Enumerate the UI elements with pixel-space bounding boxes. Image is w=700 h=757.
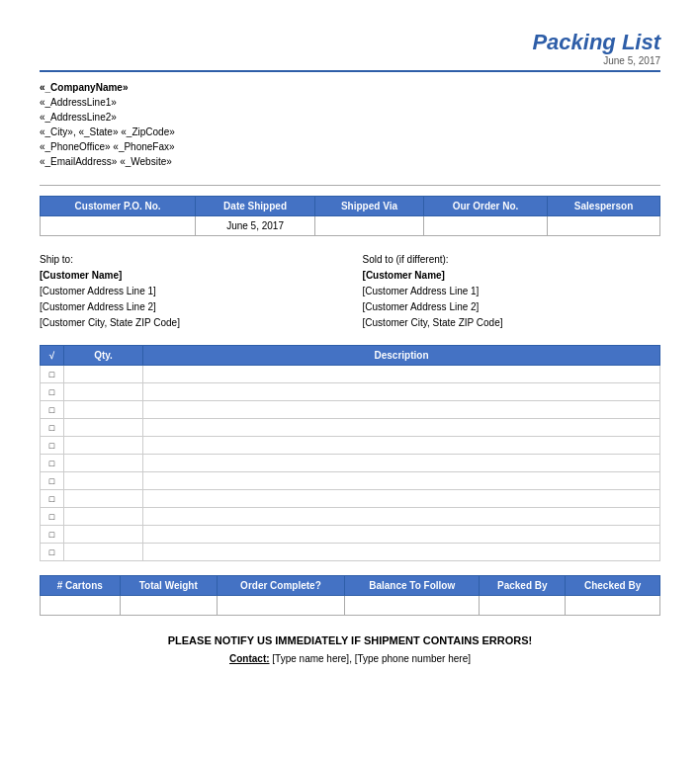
items-desc-cell[interactable] [143, 455, 660, 472]
company-citystatezip: «_City», «_State» «_ZipCode» [40, 125, 660, 139]
items-row: □ [41, 383, 660, 401]
summary-weight-value[interactable] [120, 596, 217, 616]
order-header-po: Customer P.O. No. [41, 197, 196, 216]
items-desc-cell[interactable] [143, 401, 660, 419]
items-header-description: Description [143, 346, 660, 366]
order-table-header-row: Customer P.O. No. Date Shipped Shipped V… [41, 197, 660, 216]
sold-to-name: [Customer Name] [363, 268, 660, 284]
items-check-cell: □ [41, 526, 64, 544]
summary-packed-value[interactable] [480, 596, 566, 616]
items-desc-cell[interactable] [143, 419, 660, 437]
summary-checked-value[interactable] [566, 596, 660, 616]
summary-header-weight: Total Weight [120, 576, 217, 596]
order-header-salesperson: Salesperson [548, 197, 660, 216]
items-desc-cell[interactable] [143, 366, 660, 383]
items-qty-cell[interactable] [64, 437, 143, 455]
items-row: □ [41, 455, 660, 472]
order-data-row: June 5, 2017 [41, 216, 660, 236]
summary-header-complete: Order Complete? [217, 576, 344, 596]
items-desc-cell[interactable] [143, 383, 660, 401]
items-check-cell: □ [41, 401, 64, 419]
items-desc-cell[interactable] [143, 472, 660, 490]
items-qty-cell[interactable] [64, 508, 143, 526]
title-block: Packing List June 5, 2017 [532, 30, 660, 66]
company-phone: «_PhoneOffice» «_PhoneFax» [40, 139, 660, 154]
items-row: □ [41, 508, 660, 526]
items-desc-cell[interactable] [143, 508, 660, 526]
contact-value[interactable]: [Type name here], [Type phone number her… [272, 653, 471, 664]
items-check-cell: □ [41, 437, 64, 455]
items-header-row: √ Qty. Description [41, 346, 660, 366]
section-divider [40, 185, 660, 186]
items-desc-cell[interactable] [143, 544, 660, 561]
company-info: «_CompanyName» «_AddressLine1» «_Address… [40, 80, 660, 169]
footer: PLEASE NOTIFY US IMMEDIATELY IF SHIPMENT… [40, 631, 660, 667]
items-row: □ [41, 401, 660, 419]
order-table: Customer P.O. No. Date Shipped Shipped V… [40, 196, 660, 236]
company-address2: «_AddressLine2» [40, 110, 660, 125]
summary-header-balance: Balance To Follow [345, 576, 480, 596]
items-row: □ [41, 437, 660, 455]
header-section: Packing List June 5, 2017 [40, 30, 660, 66]
ship-to-label: Ship to: [40, 252, 337, 268]
header-divider [40, 70, 660, 72]
summary-header-cartons: # Cartons [41, 576, 121, 596]
items-qty-cell[interactable] [64, 526, 143, 544]
items-qty-cell[interactable] [64, 383, 143, 401]
order-header-orderno: Our Order No. [423, 197, 547, 216]
items-desc-cell[interactable] [143, 526, 660, 544]
sold-to-block: Sold to (if different): [Customer Name] … [363, 252, 660, 331]
items-qty-cell[interactable] [64, 455, 143, 472]
order-header-date: Date Shipped [196, 197, 315, 216]
items-desc-cell[interactable] [143, 437, 660, 455]
items-check-cell: □ [41, 366, 64, 383]
items-check-cell: □ [41, 455, 64, 472]
items-qty-cell[interactable] [64, 490, 143, 508]
items-check-cell: □ [41, 544, 64, 561]
items-row: □ [41, 472, 660, 490]
sold-to-citystatezip: [Customer City, State ZIP Code] [363, 315, 660, 331]
summary-header-checked: Checked By [566, 576, 660, 596]
address-section: Ship to: [Customer Name] [Customer Addre… [40, 252, 660, 331]
items-row: □ [41, 544, 660, 561]
items-qty-cell[interactable] [64, 472, 143, 490]
company-name: «_CompanyName» [40, 80, 660, 95]
ship-to-name: [Customer Name] [40, 268, 337, 284]
items-desc-cell[interactable] [143, 490, 660, 508]
items-qty-cell[interactable] [64, 366, 143, 383]
items-row: □ [41, 526, 660, 544]
ship-to-citystatezip: [Customer City, State ZIP Code] [40, 315, 337, 331]
ship-to-address2: [Customer Address Line 2] [40, 299, 337, 315]
items-row: □ [41, 419, 660, 437]
summary-balance-value[interactable] [345, 596, 480, 616]
items-check-cell: □ [41, 472, 64, 490]
order-po-value[interactable] [41, 216, 196, 236]
ship-to-block: Ship to: [Customer Name] [Customer Addre… [40, 252, 337, 331]
items-qty-cell[interactable] [64, 401, 143, 419]
order-salesperson-value[interactable] [548, 216, 660, 236]
ship-to-address1: [Customer Address Line 1] [40, 284, 337, 299]
items-table: √ Qty. Description □□□□□□□□□□□ [40, 345, 660, 561]
order-date-value[interactable]: June 5, 2017 [196, 216, 315, 236]
summary-cartons-value[interactable] [41, 596, 121, 616]
header-date: June 5, 2017 [532, 55, 660, 66]
sold-to-address1: [Customer Address Line 1] [363, 284, 660, 299]
summary-complete-value[interactable] [217, 596, 344, 616]
items-qty-cell[interactable] [64, 544, 143, 561]
order-header-via: Shipped Via [314, 197, 423, 216]
sold-to-address2: [Customer Address Line 2] [363, 299, 660, 315]
items-header-qty: Qty. [64, 346, 143, 366]
order-orderno-value[interactable] [423, 216, 547, 236]
sold-to-label: Sold to (if different): [363, 252, 660, 268]
company-address1: «_AddressLine1» [40, 95, 660, 110]
items-qty-cell[interactable] [64, 419, 143, 437]
items-check-cell: □ [41, 419, 64, 437]
footer-contact: Contact: [Type name here], [Type phone n… [40, 650, 660, 667]
items-check-cell: □ [41, 490, 64, 508]
items-check-cell: □ [41, 383, 64, 401]
summary-table: # Cartons Total Weight Order Complete? B… [40, 575, 660, 616]
items-row: □ [41, 366, 660, 383]
items-header-check: √ [41, 346, 64, 366]
order-via-value[interactable] [314, 216, 423, 236]
items-row: □ [41, 490, 660, 508]
